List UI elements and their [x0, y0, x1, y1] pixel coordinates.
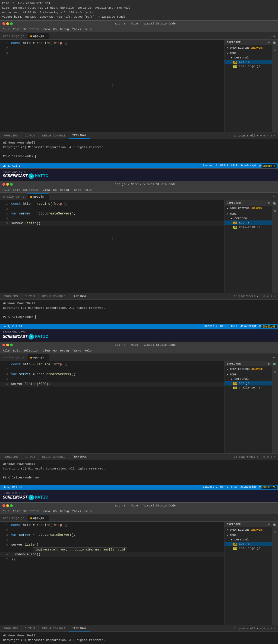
menu-debug-2[interactable]: Debug	[60, 188, 69, 192]
tab-appjs-4[interactable]: app.js	[27, 515, 49, 521]
menu-selection-2[interactable]: Selection	[23, 188, 39, 192]
menu-file-3[interactable]: File	[2, 349, 10, 352]
menu-go-2[interactable]: Go	[53, 188, 57, 192]
terminal-content-4[interactable]: Windows PowerShell Copyright (C) Microso…	[0, 632, 278, 644]
panel-debug-2[interactable]: DEBUG CONSOLE	[39, 293, 69, 299]
split-terminal-3[interactable]: ⊞	[264, 455, 266, 459]
panel-output-4[interactable]: OUTPUT	[21, 625, 39, 631]
sidebar-actions-3[interactable]: ⊞	[268, 362, 270, 365]
kill-terminal-2[interactable]: ✕	[267, 294, 269, 298]
terminal-content-1[interactable]: Windows PowerShell Copyright (C) Microso…	[0, 139, 278, 163]
add-terminal-1[interactable]: +	[260, 134, 262, 137]
terminal-select-4[interactable]: 1: powershell ▾	[234, 627, 258, 630]
sidebar-personal-2[interactable]: personal	[225, 216, 272, 220]
sidebar-node-label-1[interactable]: ▾ NODE	[225, 51, 272, 55]
tab-challenge-1[interactable]: challenge.js	[0, 33, 27, 39]
maximize-button-4[interactable]	[10, 504, 13, 507]
kill-terminal-1[interactable]: ✕	[267, 134, 269, 137]
sidebar-open-editors-label-4[interactable]: ▾ OPEN EDITORS UNSAVED:	[225, 528, 272, 532]
panel-output-2[interactable]: OUTPUT	[21, 293, 39, 299]
menu-debug-3[interactable]: Debug	[60, 349, 69, 352]
panel-debug-3[interactable]: DEBUG CONSOLE	[39, 454, 69, 460]
sidebar-open-editors-label-3[interactable]: ▾ OPEN EDITORS UNSAVED:	[225, 367, 272, 371]
sidebar-node-label-4[interactable]: ▾ NODE	[225, 533, 272, 537]
menu-go-1[interactable]: Go	[53, 28, 57, 31]
kill-terminal-4[interactable]: ✕	[267, 627, 269, 630]
panel-debug-4[interactable]: DEBUG CONSOLE	[39, 625, 69, 631]
tab-challenge-4[interactable]: challenge.js	[0, 515, 27, 521]
maximize-button-2[interactable]	[10, 183, 13, 186]
panel-terminal-4[interactable]: TERMINAL	[69, 625, 90, 631]
terminal-content-2[interactable]: Windows PowerShell Copyright (C) Microso…	[0, 300, 278, 324]
status-language-2[interactable]: JavaScript	[240, 325, 257, 328]
menu-help-3[interactable]: Help	[84, 349, 91, 352]
add-terminal-3[interactable]: +	[260, 455, 262, 459]
editor-1[interactable]: 1 const http = require('http'); 2 3 |	[0, 40, 224, 132]
minimize-button-1[interactable]	[6, 22, 9, 25]
activity-gear-1[interactable]: ⚙	[273, 48, 277, 53]
menu-edit-4[interactable]: Edit	[13, 510, 20, 513]
tab-appjs-2[interactable]: app.js	[27, 193, 49, 200]
sidebar-personal-1[interactable]: personal	[225, 55, 272, 60]
menu-selection-3[interactable]: Selection	[23, 349, 39, 352]
editor-3[interactable]: 1 const http = require('http'); 2 3 var …	[0, 361, 224, 453]
menu-go-4[interactable]: Go	[53, 510, 57, 513]
terminal-select-3[interactable]: 1: powershell ▾	[234, 455, 258, 459]
menu-debug-1[interactable]: Debug	[60, 28, 69, 31]
close-panel-2[interactable]: ×	[274, 295, 276, 298]
menu-tasks-3[interactable]: Tasks	[72, 349, 81, 352]
panel-output-1[interactable]: OUTPUT	[21, 132, 39, 139]
collapse-panel-3[interactable]: ∧	[270, 455, 272, 459]
menu-file-4[interactable]: File	[2, 510, 10, 513]
activity-search-2[interactable]: 🔍	[273, 201, 277, 206]
tab-challenge-3[interactable]: challenge.js	[0, 354, 27, 361]
panel-terminal-1[interactable]: TERMINAL	[69, 132, 90, 139]
minimize-button-4[interactable]	[6, 504, 9, 507]
panel-debug-1[interactable]: DEBUG CONSOLE	[39, 132, 69, 139]
minimize-button-3[interactable]	[6, 344, 9, 346]
sidebar-personal-3[interactable]: personal	[225, 377, 272, 381]
sidebar-challengejs-1[interactable]: challenge.js	[225, 64, 272, 69]
sidebar-open-editors-label-2[interactable]: ▾ OPEN EDITORS UNSAVED:	[225, 206, 272, 211]
kill-terminal-3[interactable]: ✕	[267, 455, 269, 459]
tab-appjs-3[interactable]: app.js	[27, 354, 49, 361]
close-button-4[interactable]	[2, 504, 5, 507]
menu-tasks-4[interactable]: Tasks	[72, 510, 81, 513]
activity-search-3[interactable]: 🔍	[273, 362, 277, 367]
terminal-select-2[interactable]: 1: powershell ▾	[234, 295, 258, 298]
collapse-panel-2[interactable]: ∧	[270, 294, 272, 298]
menu-debug-4[interactable]: Debug	[60, 510, 69, 513]
menu-edit-2[interactable]: Edit	[13, 188, 20, 192]
activity-gear-4[interactable]: ⚙	[273, 530, 277, 535]
sidebar-node-label-3[interactable]: ▾ NODE	[225, 372, 272, 377]
menu-help-1[interactable]: Help	[84, 28, 91, 31]
activity-gear-3[interactable]: ⚙	[273, 369, 277, 374]
sidebar-challengejs-3[interactable]: challenge.js	[225, 385, 272, 390]
menu-edit-1[interactable]: Edit	[13, 28, 20, 31]
collapse-panel-1[interactable]: ∧	[270, 134, 272, 137]
more-icon-2[interactable]: ⋯	[273, 194, 276, 199]
sidebar-actions-4[interactable]: ⊞	[268, 523, 270, 526]
tab-appjs-1[interactable]: app.js	[27, 33, 49, 39]
panel-problems-3[interactable]: PROBLEMS	[0, 454, 21, 460]
menu-help-4[interactable]: Help	[84, 510, 91, 513]
split-terminal-2[interactable]: ⊞	[264, 294, 266, 298]
minimize-button-2[interactable]	[6, 183, 9, 186]
menu-selection-4[interactable]: Selection	[23, 510, 39, 513]
close-button-1[interactable]	[2, 22, 5, 25]
menu-selection-1[interactable]: Selection	[23, 28, 39, 31]
sidebar-open-editors-label-1[interactable]: ▾ OPEN EDITORS UNSAVED:	[225, 46, 272, 50]
maximize-button-1[interactable]	[10, 22, 13, 25]
close-button-3[interactable]	[2, 344, 5, 346]
split-terminal-4[interactable]: ⊞	[264, 627, 266, 630]
sidebar-appjs-4[interactable]: app.js	[225, 542, 272, 546]
sidebar-appjs-1[interactable]: app.js	[225, 60, 272, 64]
menu-file-2[interactable]: File	[2, 188, 10, 192]
menu-go-3[interactable]: Go	[53, 349, 57, 352]
panel-problems-4[interactable]: PROBLEMS	[0, 625, 21, 631]
terminal-select-1[interactable]: 1: powershell ▾	[234, 134, 258, 137]
activity-gear-2[interactable]: ⚙	[273, 209, 277, 213]
terminal-content-3[interactable]: Windows PowerShell Copyright (C) Microso…	[0, 460, 278, 485]
more-icon-1[interactable]: ≡	[273, 34, 276, 38]
more-icon-3[interactable]: ⋯	[273, 355, 276, 360]
